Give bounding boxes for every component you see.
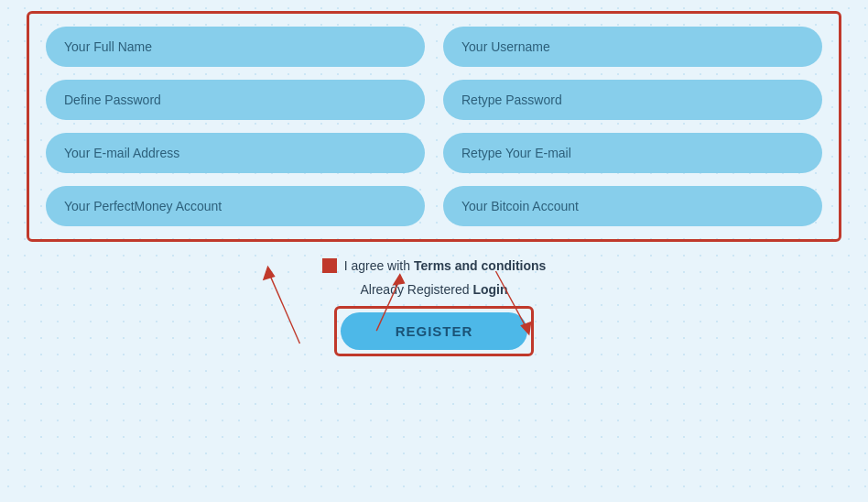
login-prefix: Already Registered xyxy=(360,282,472,297)
terms-link[interactable]: Terms and conditions xyxy=(414,258,546,273)
email-input[interactable] xyxy=(46,133,425,173)
terms-prefix: I agree with xyxy=(344,258,414,273)
full-name-input[interactable] xyxy=(46,27,425,67)
svg-line-0 xyxy=(270,276,300,344)
define-password-input[interactable] xyxy=(46,80,425,120)
terms-text: I agree with Terms and conditions xyxy=(344,258,547,273)
form-grid xyxy=(46,27,822,226)
register-button-wrapper: REGISTER xyxy=(334,306,535,356)
bitcoin-input[interactable] xyxy=(443,186,822,226)
perfect-money-input[interactable] xyxy=(46,186,425,226)
retype-email-input[interactable] xyxy=(443,133,822,173)
login-link[interactable]: Login xyxy=(472,282,507,297)
terms-checkbox[interactable] xyxy=(322,258,337,273)
register-button[interactable]: REGISTER xyxy=(341,312,528,350)
registration-form xyxy=(27,11,841,242)
svg-marker-1 xyxy=(264,267,275,279)
login-row: Already Registered Login xyxy=(360,282,507,297)
page-wrapper: I agree with Terms and conditions Alread… xyxy=(0,0,868,367)
terms-row: I agree with Terms and conditions xyxy=(322,258,547,273)
bottom-section: I agree with Terms and conditions Alread… xyxy=(27,258,841,356)
username-input[interactable] xyxy=(443,27,822,67)
retype-password-input[interactable] xyxy=(443,80,822,120)
